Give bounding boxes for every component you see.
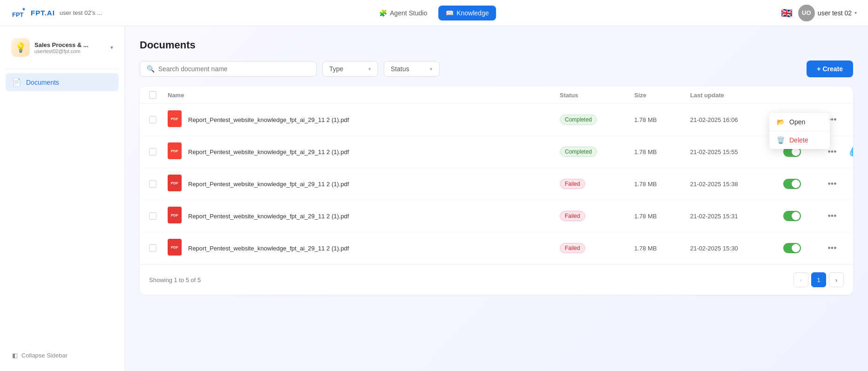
documents-icon: 📄: [12, 78, 21, 87]
logo-icon: FPT ✦: [11, 5, 28, 21]
logo-text: FPT.AI: [31, 9, 55, 17]
header-size: Size: [634, 92, 690, 99]
search-box[interactable]: 🔍: [140, 61, 317, 77]
create-btn[interactable]: + Create: [807, 61, 853, 77]
workspace-icon: 💡: [11, 38, 30, 57]
pdf-icon: PDF: [168, 142, 183, 161]
row-3-status-badge: Failed: [560, 211, 585, 221]
header-status: Status: [560, 92, 634, 99]
row-3-name-cell: PDF Report_Pentest_website_knowledge_fpt…: [168, 207, 560, 225]
search-input[interactable]: [158, 65, 310, 73]
pagination-prev-btn[interactable]: ‹: [793, 272, 808, 287]
agent-studio-icon: 🧩: [379, 9, 387, 17]
row-3-toggle[interactable]: [783, 211, 801, 221]
row-2-status-badge: Failed: [560, 179, 585, 189]
row-3-checkbox[interactable]: [149, 212, 156, 220]
status-filter[interactable]: Status ▾: [384, 61, 440, 77]
type-filter-chevron: ▾: [368, 66, 371, 72]
row-3-date: 21-02-2025 15:31: [690, 213, 783, 220]
select-all-checkbox[interactable]: [149, 91, 156, 99]
workspace-name: Sales Process & ...: [34, 41, 106, 48]
agent-studio-btn[interactable]: 🧩 Agent Studio: [372, 6, 434, 20]
pagination-next-btn[interactable]: ›: [829, 272, 844, 287]
workspace-email: usertest02@fpt.com: [34, 48, 106, 54]
language-flag[interactable]: 🇬🇧: [781, 7, 793, 19]
row-1-size: 1.78 MB: [634, 148, 690, 155]
row-4-filename: Report_Pentest_website_knowledge_fpt_ai_…: [188, 245, 349, 252]
pagination-controls: ‹ 1 ›: [793, 272, 844, 287]
row-3-filename: Report_Pentest_website_knowledge_fpt_ai_…: [188, 213, 349, 220]
row-2-status: Failed: [560, 179, 634, 189]
row-1-checkbox[interactable]: [149, 148, 156, 155]
nav-center: 🧩 Agent Studio 📖 Knowledge: [372, 6, 496, 20]
row-3-status: Failed: [560, 211, 634, 221]
workspace-chevron-icon: ▾: [110, 44, 113, 51]
layout: 💡 Sales Process & ... usertest02@fpt.com…: [0, 26, 868, 371]
pdf-icon: PDF: [168, 239, 183, 257]
row-4-toggle[interactable]: [783, 243, 801, 253]
main-content: Documents 🔍 Type ▾ Status ▾ + Create: [125, 26, 868, 371]
row-2-more-btn[interactable]: •••: [821, 177, 844, 191]
header-name: Name: [168, 92, 560, 99]
table-row: PDF Report_Pentest_website_knowledge_fpt…: [140, 200, 853, 232]
table-row: PDF Report_Pentest_website_knowledge_fpt…: [140, 232, 853, 264]
nav-right: 🇬🇧 UO user test 02 ▾: [781, 5, 857, 21]
row-4-toggle-dot: [792, 244, 800, 252]
row-2-date: 21-02-2025 15:38: [690, 181, 783, 188]
knowledge-icon: 📖: [446, 9, 454, 17]
row-0-checkbox[interactable]: [149, 116, 156, 123]
sidebar-workspace[interactable]: 💡 Sales Process & ... usertest02@fpt.com…: [6, 34, 119, 61]
nav-left: FPT ✦ FPT.AI user test 02's ...: [11, 5, 102, 21]
svg-text:✦: ✦: [21, 6, 26, 13]
row-4-checkbox[interactable]: [149, 244, 156, 252]
row-3-more-btn[interactable]: •••: [821, 209, 844, 223]
user-avatar: UO: [798, 5, 815, 21]
row-4-date: 21-02-2025 15:30: [690, 245, 783, 252]
pagination-page-1-btn[interactable]: 1: [811, 272, 826, 287]
user-menu-chevron: ▾: [854, 10, 857, 15]
pdf-icon: PDF: [168, 110, 183, 129]
pagination-info: Showing 1 to 5 of 5: [149, 277, 201, 283]
search-icon: 🔍: [147, 65, 155, 73]
context-delete-item[interactable]: 🗑️ Delete: [769, 131, 830, 149]
workspace-info: Sales Process & ... usertest02@fpt.com: [34, 41, 106, 54]
row-1-status: Completed: [560, 147, 634, 157]
row-2-size: 1.78 MB: [634, 181, 690, 188]
row-2-toggle-dot: [792, 180, 800, 188]
row-0-status-badge: Completed: [560, 115, 597, 125]
row-2-toggle[interactable]: [783, 179, 801, 189]
delete-icon: 🗑️: [777, 136, 785, 144]
row-2-filename: Report_Pentest_website_knowledge_fpt_ai_…: [188, 181, 349, 188]
knowledge-btn[interactable]: 📖 Knowledge: [438, 6, 496, 20]
collapse-sidebar-btn[interactable]: ◧ Collapse Sidebar: [6, 347, 119, 364]
row-4-size: 1.78 MB: [634, 245, 690, 252]
user-menu[interactable]: UO user test 02 ▾: [798, 5, 857, 21]
row-1-date: 21-02-2025 15:55: [690, 148, 783, 155]
water-drop-icon: 💧: [848, 147, 853, 157]
topnav: FPT ✦ FPT.AI user test 02's ... 🧩 Agent …: [0, 0, 868, 26]
type-filter[interactable]: Type ▾: [322, 61, 378, 77]
sidebar-divider: [6, 69, 119, 69]
context-open-item[interactable]: 📂 Open: [769, 113, 830, 131]
workspace-label: user test 02's ...: [60, 9, 102, 16]
header-last-update: Last update: [690, 92, 783, 99]
sidebar-bottom: ◧ Collapse Sidebar: [6, 347, 119, 364]
documents-table: Name Status Size Last update PDF Report_…: [140, 87, 853, 295]
row-2-checkbox[interactable]: [149, 180, 156, 188]
status-filter-chevron: ▾: [430, 66, 433, 72]
row-4-more-btn[interactable]: •••: [821, 242, 844, 255]
row-3-size: 1.78 MB: [634, 213, 690, 220]
row-1-status-badge: Completed: [560, 147, 597, 157]
logo[interactable]: FPT ✦ FPT.AI: [11, 5, 55, 21]
open-icon: 📂: [777, 118, 785, 126]
collapse-icon: ◧: [12, 352, 18, 359]
pdf-icon: PDF: [168, 175, 183, 193]
row-4-status-badge: Failed: [560, 243, 585, 253]
pagination: Showing 1 to 5 of 5 ‹ 1 ›: [140, 264, 853, 295]
table-row: PDF Report_Pentest_website_knowledge_fpt…: [140, 136, 853, 168]
pdf-icon: PDF: [168, 207, 183, 225]
page-title: Documents: [140, 39, 853, 51]
sidebar-item-documents[interactable]: 📄 Documents: [6, 73, 119, 91]
sidebar: 💡 Sales Process & ... usertest02@fpt.com…: [0, 26, 125, 371]
filters-bar: 🔍 Type ▾ Status ▾ + Create: [140, 61, 853, 77]
